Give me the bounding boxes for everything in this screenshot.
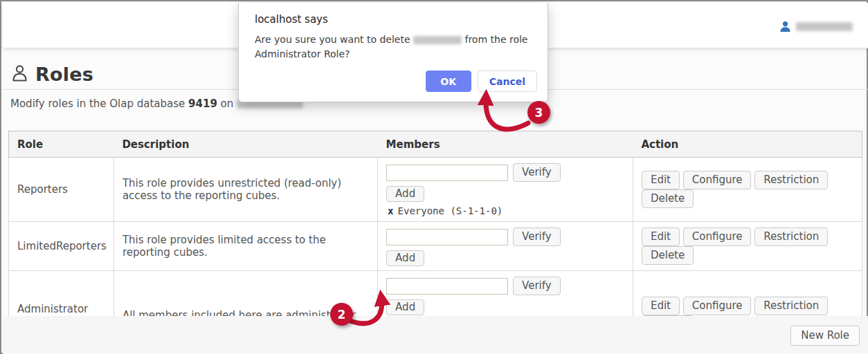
edit-button[interactable]: Edit	[642, 297, 680, 315]
app-window: Roles Modify roles in the Olap database …	[0, 0, 868, 354]
table-row: Reporters This role provides unrestricte…	[9, 158, 862, 222]
add-member-button[interactable]: Add	[386, 250, 424, 266]
table-header-row: Role Description Members Action	[9, 131, 862, 158]
dialog-message: Are you sure you want to delete from the…	[255, 32, 533, 62]
verify-button[interactable]: Verify	[513, 277, 561, 295]
restriction-button[interactable]: Restriction	[754, 297, 828, 315]
member-name: Everyone (S-1-1-0)	[398, 205, 503, 216]
delete-button[interactable]: Delete	[642, 246, 694, 265]
column-header-members: Members	[378, 131, 633, 158]
column-header-action: Action	[633, 131, 862, 158]
page-title: Roles	[10, 64, 93, 85]
user-menu[interactable]	[779, 21, 853, 32]
cancel-button[interactable]: Cancel	[478, 71, 537, 92]
configure-button[interactable]: Configure	[683, 227, 752, 246]
dialog-title: localhost says	[255, 13, 328, 26]
member-input[interactable]	[386, 229, 508, 245]
member-name-redacted	[413, 36, 462, 44]
member-input[interactable]	[386, 278, 508, 295]
edit-button[interactable]: Edit	[642, 227, 680, 246]
roles-icon	[10, 64, 29, 85]
user-icon	[779, 21, 791, 32]
new-role-button[interactable]: New Role	[790, 326, 860, 346]
edit-button[interactable]: Edit	[642, 171, 680, 189]
action-cell: Edit Configure Restriction Delete	[633, 158, 862, 222]
role-description: This role provides limited access to the…	[114, 222, 377, 271]
role-name: LimitedReporters	[9, 222, 114, 271]
subtitle-prefix: Modify roles in the Olap database	[10, 97, 185, 110]
ok-button[interactable]: OK	[426, 71, 471, 92]
restriction-button[interactable]: Restriction	[754, 227, 828, 246]
arrow-to-ok-button	[486, 98, 528, 129]
table-row: LimitedReporters This role provides limi…	[9, 222, 862, 271]
add-member-button[interactable]: Add	[386, 186, 424, 202]
add-member-button[interactable]: Add	[386, 299, 424, 315]
column-header-role: Role	[9, 131, 114, 158]
restriction-button[interactable]: Restriction	[754, 171, 828, 189]
verify-button[interactable]: Verify	[513, 227, 561, 246]
subtitle-connector: on	[221, 97, 234, 110]
database-id: 9419	[188, 97, 217, 110]
role-description: This role provides unrestricted (read-on…	[114, 158, 377, 222]
page-title-text: Roles	[35, 64, 93, 85]
members-cell: Verify Add xEveryone (S-1-1-0)	[378, 158, 633, 222]
role-name: Reporters	[9, 158, 114, 222]
remove-member-button[interactable]: x	[388, 205, 393, 216]
column-header-description: Description	[114, 131, 377, 158]
annotation-step-3: 3	[527, 101, 550, 124]
members-cell: Verify Add	[378, 222, 633, 271]
dialog-message-before: Are you sure you want to delete	[255, 34, 410, 45]
delete-button[interactable]: Delete	[642, 189, 694, 208]
verify-button[interactable]: Verify	[513, 163, 561, 182]
footer-strip: New Role	[3, 316, 868, 354]
browser-confirm-dialog: localhost says Are you sure you want to …	[238, 3, 548, 102]
annotation-step-2: 2	[330, 303, 353, 326]
member-input[interactable]	[386, 165, 508, 181]
configure-button[interactable]: Configure	[683, 297, 752, 315]
member-entry: xEveryone (S-1-1-0)	[386, 205, 626, 217]
username-redacted	[796, 22, 853, 31]
configure-button[interactable]: Configure	[683, 171, 752, 189]
action-cell: Edit Configure Restriction Delete	[633, 222, 862, 271]
